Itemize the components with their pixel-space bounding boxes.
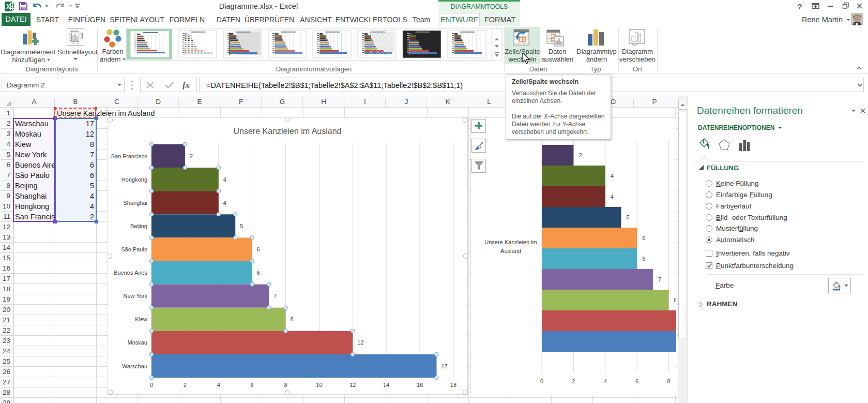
svg-text:São Paulo: São Paulo — [121, 246, 147, 252]
svg-text:Hongkong: Hongkong — [121, 176, 147, 183]
svg-text:Unsere Kanzleien im: Unsere Kanzleien im — [484, 239, 537, 245]
svg-text:16: 16 — [417, 382, 423, 388]
svg-text:Warschau: Warschau — [122, 363, 147, 369]
svg-text:Beijing: Beijing — [130, 223, 147, 229]
svg-text:?: ? — [797, 2, 802, 11]
svg-text:4: 4 — [611, 173, 614, 179]
svg-text:fx: fx — [182, 81, 190, 89]
svg-text:4: 4 — [611, 193, 614, 200]
svg-text:Unsere Kanzleien im Ausland: Unsere Kanzleien im Ausland — [233, 127, 341, 136]
svg-text:4: 4 — [223, 200, 226, 206]
svg-text:Kiew: Kiew — [135, 316, 147, 322]
svg-text:Moskau: Moskau — [127, 339, 147, 346]
svg-text:0: 0 — [540, 378, 543, 384]
svg-text:6: 6 — [642, 235, 645, 241]
svg-text:2: 2 — [578, 152, 582, 158]
svg-text:18: 18 — [450, 382, 456, 388]
svg-text:6: 6 — [635, 378, 638, 384]
svg-text:8: 8 — [284, 382, 287, 388]
svg-text:6: 6 — [257, 270, 260, 276]
svg-text:12: 12 — [349, 382, 356, 388]
svg-text:7: 7 — [658, 276, 661, 282]
svg-text:8: 8 — [667, 378, 671, 384]
svg-text:10: 10 — [316, 382, 322, 388]
svg-text:4: 4 — [223, 176, 226, 183]
svg-text:X: X — [6, 3, 10, 10]
svg-text:2: 2 — [184, 382, 187, 388]
svg-text:2: 2 — [572, 378, 575, 384]
svg-text:6: 6 — [251, 382, 254, 388]
svg-text:San Francisco: San Francisco — [111, 153, 147, 159]
svg-text:5: 5 — [627, 214, 630, 220]
svg-text:0: 0 — [150, 382, 153, 388]
svg-text:5: 5 — [240, 223, 243, 229]
svg-text:8: 8 — [674, 297, 676, 303]
svg-text:2: 2 — [190, 153, 193, 159]
svg-text:Ausland: Ausland — [500, 248, 521, 254]
svg-text:Shanghai: Shanghai — [124, 200, 148, 206]
svg-text:7: 7 — [273, 293, 277, 299]
svg-text:6: 6 — [642, 256, 645, 262]
svg-text:17: 17 — [441, 363, 448, 369]
svg-text:8: 8 — [291, 316, 294, 322]
svg-text:14: 14 — [383, 382, 389, 388]
svg-text:6: 6 — [257, 246, 260, 252]
svg-text:12: 12 — [357, 339, 363, 346]
svg-text:4: 4 — [604, 378, 607, 384]
svg-text:Buenos Aires: Buenos Aires — [114, 270, 147, 276]
svg-text:4: 4 — [217, 382, 220, 388]
svg-text:New York: New York — [124, 293, 148, 299]
